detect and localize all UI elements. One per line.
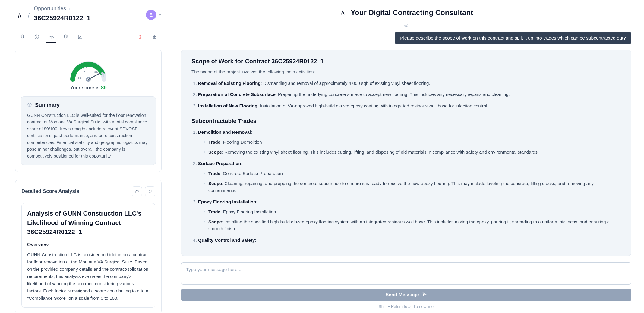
trade-sub-trade: Trade: Concrete Surface Preparation — [204, 170, 621, 177]
response-h2: Subcontractable Trades — [191, 118, 621, 124]
overview-heading: Overview — [27, 242, 150, 248]
analysis-heading: Analysis of GUNN Construction LLC's Like… — [27, 209, 150, 236]
svg-line-7 — [76, 75, 77, 75]
summary-block: Summary GUNN Construction LLC is well-su… — [21, 96, 156, 165]
trade-item: Quality Control and Safety: — [198, 237, 621, 244]
chat-bubble-icon — [403, 21, 409, 27]
tab-edit[interactable] — [73, 31, 87, 43]
tab-score[interactable] — [44, 31, 58, 43]
svg-line-4 — [51, 37, 52, 38]
trade-sub-trade: Trade: Flooring Demolition — [204, 139, 621, 145]
trade-item: Epoxy Flooring Installation:Trade: Epoxy… — [198, 198, 621, 232]
analysis-box: Analysis of GUNN Construction LLC's Like… — [21, 203, 155, 307]
avatar — [146, 10, 156, 20]
svg-line-11 — [86, 67, 87, 68]
summary-body: GUNN Construction LLC is well-suited for… — [27, 112, 150, 159]
activities-list: Removal of Existing Flooring: Dismantlin… — [191, 80, 621, 109]
header-row: / Opportunities 36C25924R0122_1 — [15, 5, 162, 22]
trades-list: Demolition and Removal:Trade: Flooring D… — [191, 129, 621, 244]
trade-sub-scope: Scope: Installing the specified high-bui… — [204, 218, 621, 232]
breadcrumb-parent-label: Opportunities — [34, 5, 66, 12]
svg-point-26 — [29, 104, 30, 104]
composer: Send Message Shift + Return to add a new… — [181, 260, 631, 313]
summary-title: Summary — [35, 102, 60, 108]
overview-body: GUNN Construction LLC is considering bid… — [27, 251, 150, 302]
chat-panel: Your Digital Contracting Consultant Plea… — [174, 0, 644, 313]
svg-point-3 — [36, 36, 37, 36]
chat-title: Your Digital Contracting Consultant — [351, 8, 473, 17]
score-label: Your score is 89 — [70, 85, 106, 91]
response-h1: Scope of Work for Contract 36C25924R0122… — [191, 58, 621, 65]
trade-item: Surface Preparation:Trade: Concrete Surf… — [198, 160, 621, 194]
detailed-card: Detailed Score Analysis Analysis of GUNN… — [15, 180, 162, 313]
score-card: 20 50 80 Your score is 89 Summary — [15, 50, 162, 172]
message-input[interactable] — [181, 262, 631, 285]
gauge-icon: 20 50 80 — [67, 55, 109, 82]
tab-archive[interactable] — [147, 31, 162, 43]
chevron-right-icon — [68, 5, 71, 12]
svg-text:20: 20 — [78, 77, 81, 79]
trade-sub-scope: Scope: Cleaning, repairing, and prepping… — [204, 180, 621, 194]
tab-layers[interactable] — [15, 31, 30, 43]
send-button-label: Send Message — [385, 292, 419, 298]
activity-item: Installation of New Flooring: Installati… — [198, 102, 621, 109]
svg-line-6 — [76, 78, 77, 78]
user-message: Please describe the scope of work on thi… — [395, 32, 631, 44]
contract-id: 36C25924R0122_1 — [34, 14, 142, 22]
assistant-message: Scope of Work for Contract 36C25924R0122… — [181, 50, 631, 256]
breadcrumb-parent[interactable]: Opportunities — [34, 5, 142, 12]
svg-line-13 — [93, 68, 93, 69]
thumbs-up-button[interactable] — [132, 186, 142, 196]
send-icon — [422, 292, 427, 298]
message-list: Please describe the scope of work on thi… — [181, 24, 631, 260]
trade-item: Demolition and Removal:Trade: Flooring D… — [198, 129, 621, 156]
tab-strip — [15, 31, 162, 43]
score-value: 89 — [101, 85, 107, 91]
trade-sub-trade: Trade: Epoxy Flooring Installation — [204, 208, 621, 215]
sidebar: / Opportunities 36C25924R0122_1 — [0, 0, 174, 313]
lambda-logo-icon — [16, 12, 23, 20]
trade-sub-scope: Scope: Removing the existing vinyl sheet… — [204, 149, 621, 155]
tab-stack[interactable] — [58, 31, 73, 43]
thumbs-down-button[interactable] — [145, 186, 155, 196]
svg-text:80: 80 — [94, 71, 97, 73]
send-button[interactable]: Send Message — [181, 289, 631, 301]
tab-delete[interactable] — [133, 31, 147, 43]
svg-line-9 — [80, 70, 81, 70]
svg-point-0 — [150, 13, 152, 15]
composer-hint: Shift + Return to add a new line — [181, 304, 631, 309]
svg-line-23 — [88, 73, 100, 79]
svg-rect-5 — [78, 35, 82, 39]
svg-line-16 — [99, 75, 100, 75]
response-intro: The scope of the project involves the fo… — [191, 69, 621, 74]
detailed-title: Detailed Score Analysis — [21, 188, 79, 194]
svg-line-10 — [83, 68, 84, 69]
profile-menu[interactable] — [146, 5, 162, 20]
svg-line-15 — [97, 72, 99, 73]
activity-item: Preparation of Concrete Subsurface: Prep… — [198, 91, 621, 98]
lambda-logo-icon — [339, 9, 346, 17]
activity-item: Removal of Existing Flooring: Dismantlin… — [198, 80, 621, 87]
info-icon — [27, 102, 32, 108]
svg-text:50: 50 — [84, 70, 86, 73]
breadcrumb-divider: / — [28, 5, 30, 20]
app-logo[interactable] — [15, 5, 24, 20]
tab-info[interactable] — [30, 31, 44, 43]
chevron-down-icon — [158, 12, 162, 17]
